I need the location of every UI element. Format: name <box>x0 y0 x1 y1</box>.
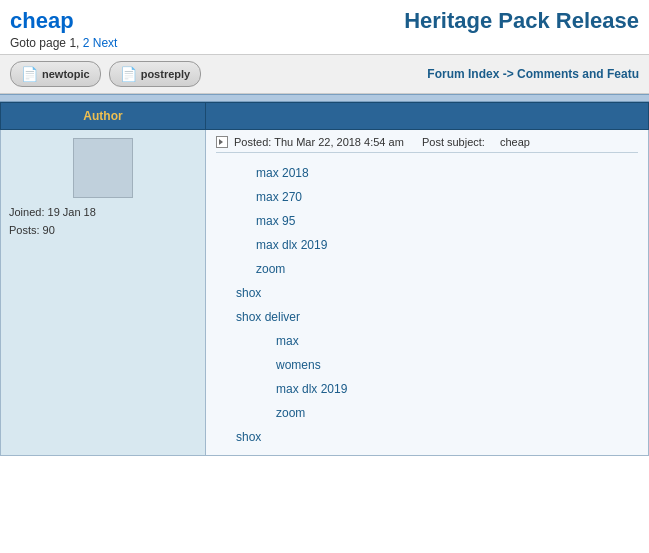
post-link[interactable]: shox <box>216 281 638 305</box>
author-meta: Joined: 19 Jan 18 Posts: 90 <box>9 204 197 239</box>
page-title: Heritage Pack Release <box>404 8 639 34</box>
post-link[interactable]: max dlx 2019 <box>216 233 638 257</box>
post-reply-icon: 📄 <box>120 66 137 82</box>
post-link[interactable]: womens <box>216 353 638 377</box>
next-link[interactable]: Next <box>93 36 118 50</box>
post-content: max 2018max 270max 95max dlx 2019zoomsho… <box>216 161 638 449</box>
post-date: Posted: Thu Mar 22, 2018 4:54 am <box>234 136 404 148</box>
post-icon <box>216 136 228 148</box>
post-link[interactable]: max 95 <box>216 209 638 233</box>
forum-title: cheap <box>10 8 117 34</box>
content-column-header <box>206 103 649 130</box>
post-link[interactable]: max <box>216 329 638 353</box>
post-subject-label: Post subject: <box>422 136 485 148</box>
post-table: Author Joined: 19 Jan 18 Posts: 90 Poste… <box>0 102 649 456</box>
post-link[interactable]: max 2018 <box>216 161 638 185</box>
post-link[interactable]: shox <box>216 425 638 449</box>
new-topic-label: newtopic <box>42 68 90 80</box>
breadcrumb-text: Forum Index -> Comments and Featu <box>427 67 639 81</box>
post-link[interactable]: zoom <box>216 401 638 425</box>
content-cell: Posted: Thu Mar 22, 2018 4:54 am Post su… <box>206 130 649 456</box>
post-link[interactable]: max dlx 2019 <box>216 377 638 401</box>
table-header-row: Author <box>1 103 649 130</box>
new-topic-button[interactable]: 📄 newtopic <box>10 61 101 87</box>
page-header: cheap Goto page 1, 2 Next Heritage Pack … <box>0 0 649 54</box>
button-bar: 📄 newtopic 📄 postreply Forum Index -> Co… <box>0 54 649 94</box>
post-reply-button[interactable]: 📄 postreply <box>109 61 202 87</box>
post-subject: cheap <box>500 136 530 148</box>
divider-bar <box>0 94 649 102</box>
goto-label: Goto page <box>10 36 66 50</box>
btn-group: 📄 newtopic 📄 postreply <box>10 61 201 87</box>
table-row: Joined: 19 Jan 18 Posts: 90 Posted: Thu … <box>1 130 649 456</box>
post-reply-label: postreply <box>141 68 191 80</box>
post-meta: Posted: Thu Mar 22, 2018 4:54 am Post su… <box>216 136 638 153</box>
author-cell: Joined: 19 Jan 18 Posts: 90 <box>1 130 206 456</box>
author-column-header: Author <box>1 103 206 130</box>
page-2-link[interactable]: 2 <box>83 36 90 50</box>
post-link[interactable]: max 270 <box>216 185 638 209</box>
author-joined: Joined: 19 Jan 18 <box>9 204 197 222</box>
breadcrumb: Forum Index -> Comments and Featu <box>427 67 639 81</box>
post-link[interactable]: zoom <box>216 257 638 281</box>
post-link[interactable]: shox deliver <box>216 305 638 329</box>
new-topic-icon: 📄 <box>21 66 38 82</box>
page-num: 1, <box>69 36 79 50</box>
author-posts: Posts: 90 <box>9 222 197 240</box>
avatar <box>73 138 133 198</box>
goto-page: Goto page 1, 2 Next <box>10 36 117 50</box>
header-left: cheap Goto page 1, 2 Next <box>10 8 117 50</box>
